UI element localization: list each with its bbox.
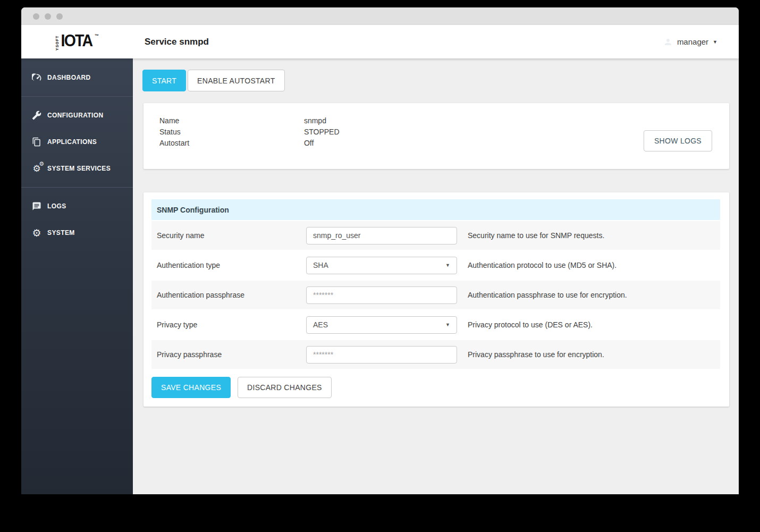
selected-value: AES xyxy=(313,320,328,329)
config-row-authentication-type: Authentication type SHA ▼ Authentication… xyxy=(151,251,720,280)
sidebar-item-dashboard[interactable]: DASHBOARD xyxy=(21,64,133,91)
sidebar-divider xyxy=(21,187,133,188)
app-window: YSOFT IOTA ™ Service snmpd manager ▼ DAS… xyxy=(21,7,739,494)
ysoft-iota-logo: YSOFT IOTA ™ xyxy=(55,33,99,51)
save-changes-button[interactable]: SAVE CHANGES xyxy=(151,377,231,398)
sidebar-item-label: CONFIGURATION xyxy=(47,112,104,119)
config-row-security-name: Security name Security name to use for S… xyxy=(151,221,720,250)
sidebar: DASHBOARD CONFIGURATION APPLICATIONS ⚙⚙ … xyxy=(21,58,133,494)
page-title: Service snmpd xyxy=(145,37,209,47)
user-name: manager xyxy=(677,37,708,46)
info-label: Autostart xyxy=(159,138,302,149)
dashboard-icon xyxy=(31,72,42,83)
sidebar-item-label: SYSTEM SERVICES xyxy=(47,165,111,172)
field-label: Privacy passphrase xyxy=(157,350,306,359)
field-description: Security name to use for SNMP requests. xyxy=(468,231,604,240)
privacy-type-select[interactable]: AES ▼ xyxy=(306,316,457,334)
field-description: Authentication passphrase to use for enc… xyxy=(468,291,627,299)
window-maximize-button[interactable] xyxy=(56,13,63,20)
config-row-authentication-passphrase: Authentication passphrase Authentication… xyxy=(151,281,720,309)
selected-value: SHA xyxy=(313,261,328,269)
sidebar-item-configuration[interactable]: CONFIGURATION xyxy=(21,102,133,129)
info-label: Status xyxy=(159,126,302,138)
security-name-input[interactable] xyxy=(306,227,457,244)
field-description: Privacy protocol to use (DES or AES). xyxy=(468,320,593,329)
field-label: Authentication type xyxy=(157,261,306,269)
sidebar-item-system[interactable]: ⚙ SYSTEM xyxy=(21,219,133,246)
sidebar-item-label: SYSTEM xyxy=(47,229,75,237)
discard-changes-button[interactable]: DISCARD CHANGES xyxy=(238,377,332,398)
config-row-privacy-passphrase: Privacy passphrase Privacy passphrase to… xyxy=(151,340,720,369)
person-icon xyxy=(663,37,673,47)
snmp-config-title: SNMP Configuration xyxy=(151,199,720,220)
sidebar-item-label: APPLICATIONS xyxy=(47,138,97,146)
field-label: Authentication passphrase xyxy=(157,291,306,299)
window-minimize-button[interactable] xyxy=(45,13,51,20)
logs-icon xyxy=(31,201,42,212)
sidebar-item-logs[interactable]: LOGS xyxy=(21,193,133,219)
info-label: Name xyxy=(159,115,302,126)
select-caret-icon: ▼ xyxy=(445,322,450,327)
applications-icon xyxy=(31,137,42,147)
window-titlebar xyxy=(21,7,739,25)
enable-autostart-button[interactable]: ENABLE AUTOSTART xyxy=(188,70,284,91)
app-header: YSOFT IOTA ™ Service snmpd manager ▼ xyxy=(21,25,739,58)
info-row-name: Name snmpd xyxy=(159,115,729,126)
status-value: STOPPED xyxy=(304,126,340,138)
config-actions: SAVE CHANGES DISCARD CHANGES xyxy=(151,377,720,398)
field-description: Privacy passphrase to use for encryption… xyxy=(468,350,604,359)
logo-brand: IOTA xyxy=(61,33,92,49)
snmp-config-card: SNMP Configuration Security name Securit… xyxy=(143,192,729,407)
logo-prefix: YSOFT xyxy=(55,35,59,51)
logo-zone: YSOFT IOTA ™ xyxy=(21,33,133,51)
field-label: Security name xyxy=(157,231,306,240)
authentication-passphrase-input[interactable] xyxy=(306,286,457,304)
info-value: snmpd xyxy=(304,115,326,126)
field-label: Privacy type xyxy=(157,320,306,329)
field-description: Authentication protocol to use (MD5 or S… xyxy=(468,261,617,269)
sidebar-item-label: DASHBOARD xyxy=(47,74,91,81)
privacy-passphrase-input[interactable] xyxy=(306,346,457,364)
show-logs-button[interactable]: SHOW LOGS xyxy=(644,130,712,151)
sidebar-item-system-services[interactable]: ⚙⚙ SYSTEM SERVICES xyxy=(21,155,133,182)
authentication-type-select[interactable]: SHA ▼ xyxy=(306,257,457,274)
config-row-privacy-type: Privacy type AES ▼ Privacy protocol to u… xyxy=(151,310,720,339)
window-close-button[interactable] xyxy=(33,13,39,20)
service-actions: START ENABLE AUTOSTART xyxy=(142,70,729,91)
wrench-icon xyxy=(31,110,42,121)
main-content: START ENABLE AUTOSTART Name snmpd Status… xyxy=(133,58,739,494)
gear-icon: ⚙ xyxy=(31,227,42,238)
chevron-down-icon: ▼ xyxy=(713,39,717,45)
autostart-value: Off xyxy=(304,138,314,149)
select-caret-icon: ▼ xyxy=(445,263,450,268)
logo-trademark: ™ xyxy=(95,33,99,38)
sidebar-item-applications[interactable]: APPLICATIONS xyxy=(21,129,133,155)
service-info-rows: Name snmpd Status STOPPED Autostart Off xyxy=(143,103,729,149)
sidebar-divider xyxy=(21,96,133,97)
start-button[interactable]: START xyxy=(142,70,186,91)
gears-icon: ⚙⚙ xyxy=(31,163,42,174)
sidebar-item-label: LOGS xyxy=(47,202,66,210)
user-menu[interactable]: manager ▼ xyxy=(663,37,717,47)
service-info-card: Name snmpd Status STOPPED Autostart Off … xyxy=(143,103,729,169)
